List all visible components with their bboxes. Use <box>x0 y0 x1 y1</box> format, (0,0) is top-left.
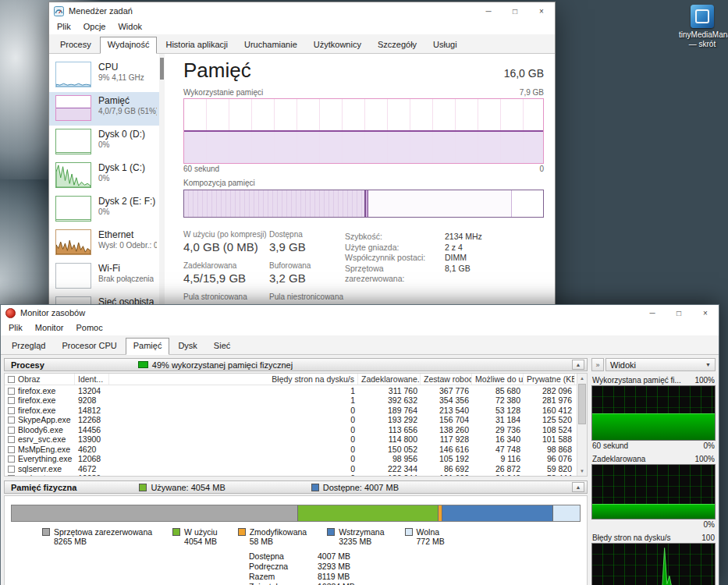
tab-uzytkownicy[interactable]: Użytkownicy <box>306 37 369 53</box>
cell: 0 <box>109 463 358 473</box>
tab-szczegoly[interactable]: Szczegóły <box>370 37 424 53</box>
column-header[interactable]: Błędy stron na dysku/s <box>109 374 358 385</box>
window-controls: ─ □ × <box>475 2 555 20</box>
scrollbar-thumb[interactable] <box>578 384 586 424</box>
memory-composition-bar[interactable] <box>183 190 544 218</box>
table-row[interactable]: SkypeApp.exe122680193 292156 70431 18412… <box>5 415 587 425</box>
row-checkbox[interactable] <box>8 446 15 453</box>
detail-label: Sprzętowa zarezerwowana: <box>345 264 445 285</box>
sidebar-item-cpu[interactable]: CPU 9% 4,11 GHz <box>49 58 165 92</box>
desktop-shortcut-tinymediamanager[interactable]: tinyMediaManag — skrót <box>679 5 726 49</box>
column-header[interactable]: Zestaw roboczy... <box>421 374 472 385</box>
legend-item: Sprzętowa zarezerwowana8265 MB <box>42 527 152 546</box>
chart-hard-faults: Błędy stron na dysku/s 100 <box>591 534 716 585</box>
tab-wydajnosc[interactable]: Wydajność <box>100 37 158 54</box>
stat-label: Pula stronicowana <box>183 292 269 301</box>
processes-section-header[interactable]: Procesy 49% wykorzystanej pamięci fizycz… <box>4 358 588 371</box>
views-dropdown[interactable]: Widoki ▼ <box>605 358 716 371</box>
scroll-down-arrow[interactable]: ▼ <box>577 466 587 476</box>
sidebar-item-disk2[interactable]: Dysk 2 (E: F:) 0% <box>49 193 165 226</box>
table-row[interactable]: MsMpEng.exe46200150 052146 61647 74898 8… <box>5 444 587 454</box>
tab-dysk[interactable]: Dysk <box>170 338 204 354</box>
legend-label: Zmodyfikowana <box>250 527 307 537</box>
collapse-section-button[interactable]: ▲ <box>572 482 584 492</box>
physical-memory-section-header[interactable]: Pamięć fizyczna Używane: 4054 MB Dostępn… <box>4 480 588 494</box>
panel-collapse-button[interactable]: » <box>591 358 604 371</box>
table-row[interactable]: Everything.exe12068098 956105 1929 11696… <box>5 454 587 464</box>
legend-color-swatch <box>327 528 335 536</box>
desktop: tinyMediaManag — skrót Menedżer zadań ─ … <box>0 0 728 585</box>
memory-meter-icon <box>138 361 148 368</box>
row-checkbox[interactable] <box>8 466 15 473</box>
column-header[interactable]: Ident... <box>75 374 109 385</box>
task-manager-app-icon <box>54 6 64 16</box>
process-table-scrollbar[interactable]: ▲ ▼ <box>577 374 587 476</box>
row-checkbox[interactable] <box>8 388 15 395</box>
table-row[interactable]: svchost.exe100360186 244101 60024 64058 … <box>5 473 587 477</box>
legend-label: Wolna <box>417 527 445 537</box>
menu-plik[interactable]: Plik <box>51 20 77 33</box>
table-row[interactable]: firefox.exe132041311 760367 77685 680282… <box>5 385 587 395</box>
column-header: Obraz <box>18 374 41 384</box>
tab-przeglad[interactable]: Przegląd <box>4 338 53 354</box>
sidebar-item-memory[interactable]: Pamięć 4,0/7,9 GB (51%) <box>49 92 165 126</box>
table-row[interactable]: sqlservr.exe46720222 34486 69226 87259 8… <box>5 463 587 473</box>
sidebar-item-disk0[interactable]: Dysk 0 (D:) 0% <box>49 126 165 159</box>
disk0-mini-chart-icon <box>55 129 91 154</box>
tab-procesy[interactable]: Procesy <box>52 37 99 53</box>
tab-historia-aplikacji[interactable]: Historia aplikacji <box>158 37 235 53</box>
resource-monitor-titlebar[interactable]: Monitor zasobów ─ □ × <box>1 305 719 321</box>
tab-procesor-cpu[interactable]: Procesor CPU <box>54 338 124 354</box>
menu-monitor[interactable]: Monitor <box>29 321 70 334</box>
menu-plik[interactable]: Plik <box>2 321 29 334</box>
memory-hardware-details: Szybkość:2134 MHz Użyte gniazda:2 z 4 Ws… <box>345 232 482 285</box>
legend-value: 4054 MB <box>184 537 218 546</box>
minimize-button[interactable]: ─ <box>639 305 666 321</box>
column-header[interactable]: Możliwe do ud... <box>472 374 524 385</box>
legend-item: Zmodyfikowana58 MB <box>238 527 307 546</box>
maximize-button[interactable]: □ <box>502 2 528 20</box>
task-manager-titlebar[interactable]: Menedżer zadań ─ □ × <box>49 2 555 20</box>
close-button[interactable]: × <box>528 2 555 20</box>
menu-widok[interactable]: Widok <box>112 20 148 33</box>
maximize-button[interactable]: □ <box>666 305 692 321</box>
cell: 150 052 <box>358 444 421 454</box>
sidebar-item-disk1[interactable]: Dysk 1 (C:) 0% <box>49 159 165 193</box>
row-checkbox[interactable] <box>8 397 15 404</box>
column-header[interactable]: Zadeklarowane... <box>358 374 421 385</box>
sidebar-item-ethernet[interactable]: Ethernet Wysł: 0 Odebr.: 0 Kb <box>49 226 165 260</box>
select-all-checkbox[interactable] <box>8 376 15 383</box>
table-row[interactable]: firefox.exe92081392 632354 35672 380281 … <box>5 395 587 406</box>
sidebar-item-wifi[interactable]: Wi-Fi Brak połączenia <box>49 260 165 293</box>
cell: 58 444 <box>524 473 575 477</box>
row-checkbox[interactable] <box>8 436 15 443</box>
table-row[interactable]: firefox.exe148120189 764213 54053 128160… <box>5 405 587 415</box>
resource-monitor-window: Monitor zasobów ─ □ × Plik Monitor Pomoc… <box>0 304 719 585</box>
row-checkbox[interactable] <box>8 427 15 434</box>
totals-value: 4007 MB <box>318 551 350 562</box>
chart-used-physical-memory: Wykorzystana pamięć fi... 100% 60 sekund… <box>591 376 716 450</box>
process-table-header[interactable]: Obraz Ident... Błędy stron na dysku/s Za… <box>5 374 587 385</box>
menu-pomoc[interactable]: Pomoc <box>69 321 108 334</box>
collapse-section-button[interactable]: ▲ <box>572 360 584 370</box>
minimize-button[interactable]: ─ <box>475 2 502 20</box>
tab-uruchamianie[interactable]: Uruchamianie <box>236 37 305 53</box>
physical-memory-legend: Sprzętowa zarezerwowana8265 MBW użyciu40… <box>42 527 581 546</box>
row-checkbox[interactable] <box>8 417 15 424</box>
scroll-up-arrow[interactable]: ▲ <box>577 374 587 383</box>
menu-opcje[interactable]: Opcje <box>77 20 112 33</box>
row-checkbox[interactable] <box>8 456 15 463</box>
close-button[interactable]: × <box>692 305 719 321</box>
column-header[interactable]: Prywatne (KB) <box>524 374 575 385</box>
process-name: firefox.exe <box>18 395 55 405</box>
tab-siec[interactable]: Sieć <box>206 338 238 354</box>
tab-pamiec[interactable]: Pamięć <box>126 338 170 355</box>
tab-uslugi[interactable]: Usługi <box>425 37 465 53</box>
sidebar-item-detail: 0% <box>98 207 155 216</box>
row-checkbox[interactable] <box>8 475 15 477</box>
scrollbar-thumb[interactable] <box>160 58 164 80</box>
table-row[interactable]: esrv_svc.exe139000114 800117 92816 34010… <box>5 434 587 445</box>
row-checkbox[interactable] <box>8 407 15 414</box>
table-row[interactable]: Bloody6.exe144560113 656138 26029 736108… <box>5 424 587 434</box>
charts-panel: » Widoki ▼ Wykorzystana pamięć fi... 100… <box>591 358 716 585</box>
